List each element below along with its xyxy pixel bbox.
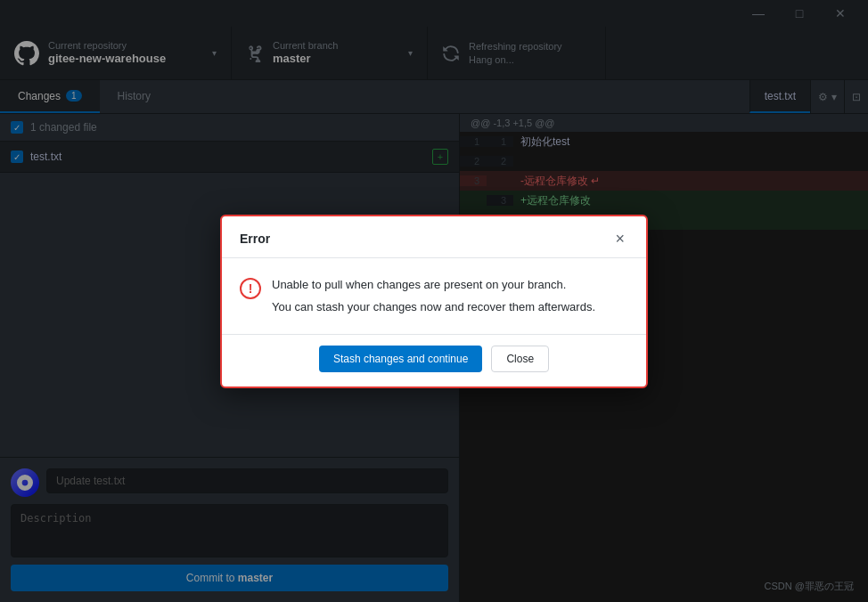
stash-button[interactable]: Stash changes and continue [319,346,482,372]
modal-close-button[interactable]: × [611,231,628,247]
modal-title: Error [240,232,270,246]
modal-message-1: Unable to pull when changes are present … [272,276,628,294]
modal-footer: Stash changes and continue Close [222,334,646,386]
error-modal: Error × ! Unable to pull when changes ar… [220,215,648,388]
modal-header: Error × [222,216,646,258]
modal-message-2: You can stash your changes now and recov… [272,298,628,316]
close-modal-button[interactable]: Close [491,346,549,372]
modal-body: ! Unable to pull when changes are presen… [222,258,646,334]
error-icon: ! [240,278,261,299]
modal-text: Unable to pull when changes are present … [272,276,628,316]
modal-overlay: Error × ! Unable to pull when changes ar… [0,0,868,602]
